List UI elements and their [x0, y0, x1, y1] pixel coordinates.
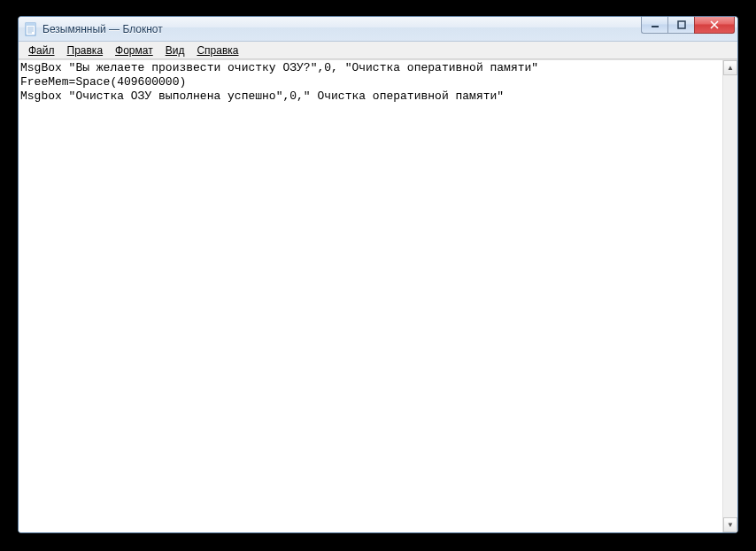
menu-file[interactable]: Файл	[22, 43, 61, 58]
text-editor[interactable]: MsgBox "Вы желаете произвести очистку ОЗ…	[19, 60, 722, 532]
minimize-button[interactable]	[641, 16, 667, 34]
svg-rect-6	[652, 26, 659, 27]
editor-area: MsgBox "Вы желаете произвести очистку ОЗ…	[19, 59, 737, 532]
close-button[interactable]	[694, 16, 735, 34]
scroll-down-button[interactable]: ▼	[723, 517, 737, 532]
scroll-track[interactable]	[723, 75, 737, 517]
window-title: Безымянный — Блокнот	[42, 23, 641, 35]
window-controls	[641, 16, 735, 34]
scroll-up-button[interactable]: ▲	[723, 60, 737, 75]
menu-help[interactable]: Справка	[190, 43, 244, 58]
app-icon	[24, 22, 38, 36]
menu-format[interactable]: Формат	[109, 43, 159, 58]
svg-rect-7	[678, 21, 685, 28]
svg-rect-1	[26, 23, 35, 26]
desktop-background: Безымянный — Блокнот Файл Правка Формат …	[0, 0, 756, 551]
vertical-scrollbar[interactable]: ▲ ▼	[722, 60, 737, 532]
menubar: Файл Правка Формат Вид Справка	[19, 42, 737, 59]
maximize-button[interactable]	[667, 16, 694, 34]
menu-view[interactable]: Вид	[159, 43, 191, 58]
notepad-window: Безымянный — Блокнот Файл Правка Формат …	[18, 16, 738, 533]
menu-edit[interactable]: Правка	[61, 43, 110, 58]
titlebar[interactable]: Безымянный — Блокнот	[19, 17, 737, 42]
